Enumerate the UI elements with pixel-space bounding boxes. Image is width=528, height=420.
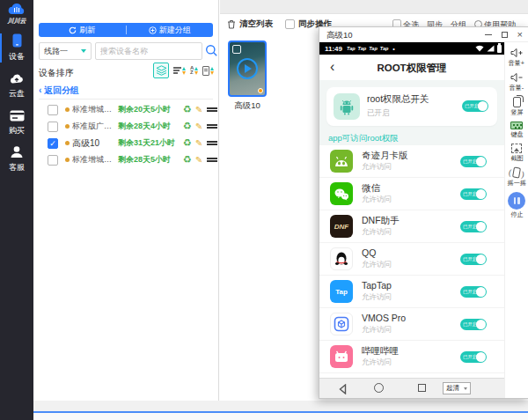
sidebar-item-label: 设备 (0, 51, 33, 63)
drag-handle-icon[interactable] (207, 106, 217, 113)
edit-icon[interactable]: ✎ (195, 122, 202, 131)
app-toggle[interactable]: 已开启 (460, 221, 487, 232)
renew-icon[interactable]: ♻ (183, 122, 192, 131)
cloud-disk-icon (9, 72, 25, 85)
miracle-app-icon (330, 150, 353, 173)
app-toggle[interactable]: 已开启 (460, 156, 487, 167)
master-switch-toggle[interactable]: 已开启 (462, 100, 488, 112)
plus-circle-icon (149, 26, 157, 34)
sort-device-button[interactable] (202, 63, 214, 78)
drag-handle-icon[interactable] (207, 139, 217, 146)
taptap-icon-text: Tap (335, 288, 348, 296)
rotate-screen-button[interactable]: 竖屏 (510, 97, 524, 117)
screenshot-button[interactable]: 截图 (510, 144, 524, 163)
shake-button[interactable]: 摇一摇 (507, 167, 527, 188)
app-row: DNF DNF助手 允许访问 已开启 (319, 210, 504, 243)
nav-home-icon[interactable] (374, 383, 384, 393)
back-to-groups-link[interactable]: ‹ 返回分组 (39, 85, 79, 97)
maximize-icon[interactable] (502, 32, 508, 38)
vmos-pro-icon (330, 313, 353, 335)
clear-list-button[interactable]: 清空列表 (239, 18, 273, 30)
new-group-button[interactable]: 新建分组 (127, 23, 214, 37)
toggle-knob (478, 101, 488, 111)
toggle-label: 已开启 (463, 256, 477, 263)
line-select[interactable]: 线路一 (39, 42, 92, 60)
device-thumbnail[interactable] (228, 41, 267, 97)
volume-up-button[interactable]: 音量+ (508, 48, 524, 68)
renew-icon[interactable]: ♻ (183, 138, 192, 148)
sort-alpha-button[interactable]: AZ (190, 63, 198, 78)
app-toggle[interactable]: 已开启 (460, 351, 487, 363)
device-checkbox-checked[interactable]: ✓ (48, 138, 58, 149)
device-row[interactable]: 标准版广… 剩余28天4小时 ♻ ✎ (33, 118, 219, 135)
device-row-selected[interactable]: ✓ 高级10 剩余31天21小时 ♻ ✎ (33, 135, 219, 151)
sidebar-item-customer-service[interactable]: 客服 (0, 145, 33, 173)
toggle-label: 已开启 (463, 289, 477, 296)
renew-icon[interactable]: ♻ (183, 155, 192, 165)
app-toggle[interactable]: 已开启 (460, 254, 487, 265)
sort-list-button[interactable] (173, 63, 186, 78)
panel-top-strip (220, 0, 528, 14)
status-dot (65, 124, 70, 129)
nav-back-icon[interactable] (339, 384, 347, 394)
toolbar-label: 音量- (510, 84, 524, 92)
taptap-notification-icon: Tap (358, 46, 367, 51)
app-permission: 允许访问 (362, 357, 392, 368)
thumbnail-checkbox[interactable] (232, 45, 241, 54)
app-name: DNF助手 (362, 215, 400, 227)
app-name: QQ (362, 247, 376, 258)
rotate-screen-icon (513, 97, 521, 107)
statusbar-system-icons (475, 45, 502, 53)
app-row: 奇迹月卡版 允许访问 已开启 (319, 145, 504, 178)
wifi-icon (475, 45, 484, 52)
stop-icon (508, 192, 525, 210)
edit-icon[interactable]: ✎ (195, 105, 202, 114)
dnf-icon-text: DNF (334, 223, 348, 231)
phone-window-titlebar[interactable]: 高级10 × (319, 27, 528, 42)
toolbar-label: 截图 (510, 154, 523, 163)
app-toggle[interactable]: 已开启 (460, 188, 487, 200)
quality-select[interactable]: 超清 (443, 382, 471, 394)
drag-handle-icon[interactable] (207, 156, 217, 163)
sidebar-item-purchase[interactable]: 购买 (0, 110, 33, 136)
toggle-knob (476, 320, 486, 329)
root-android-icon (334, 93, 360, 120)
toggle-knob (476, 222, 486, 232)
sort-layers-button[interactable] (153, 63, 169, 78)
signal-icon (487, 45, 495, 52)
play-button[interactable] (237, 58, 258, 79)
minimize-icon[interactable] (485, 34, 492, 36)
device-checkbox[interactable] (48, 155, 58, 166)
app-permission: 允许访问 (362, 162, 392, 173)
close-icon[interactable]: × (517, 30, 523, 40)
sidebar-item-devices[interactable]: 设备 (0, 33, 33, 63)
device-name: 高级10 (72, 137, 118, 150)
device-remaining-time: 剩余28天4小时 (118, 121, 180, 132)
search-button[interactable] (205, 44, 219, 58)
drag-handle-icon[interactable] (207, 122, 217, 129)
app-name: 哔哩哔哩 (362, 345, 399, 357)
volume-up-icon (510, 48, 523, 58)
keyboard-button[interactable]: 键盘 (510, 122, 524, 139)
sync-operation-checkbox[interactable] (285, 19, 295, 29)
sort-alpha-icon: AZ (190, 66, 194, 75)
sidebar-item-cloud-disk[interactable]: 云盘 (0, 72, 33, 99)
device-checkbox[interactable] (48, 105, 58, 115)
edit-icon[interactable]: ✎ (195, 138, 202, 148)
renew-icon[interactable]: ♻ (183, 105, 192, 114)
edit-icon[interactable]: ✎ (195, 155, 202, 165)
device-row[interactable]: 标准增城自用 剩余28天5小时 ♻ ✎ (33, 151, 219, 168)
stop-button[interactable]: 停止 (508, 192, 525, 219)
device-checkbox[interactable] (48, 122, 58, 132)
app-toggle[interactable]: 已开启 (460, 319, 487, 330)
volume-down-button[interactable]: 音量- (509, 72, 524, 92)
app-toggle[interactable]: 已开启 (460, 286, 487, 298)
search-input[interactable] (95, 42, 202, 60)
refresh-button[interactable]: 刷新 (39, 23, 126, 37)
toolbar-label: 竖屏 (510, 108, 523, 117)
device-row[interactable]: 标准增城测试 剩余20天5小时 ♻ ✎ (33, 101, 219, 118)
status-dot (65, 158, 70, 162)
nav-recents-icon[interactable] (418, 384, 426, 392)
logo-cloud-icon (6, 3, 27, 16)
quality-value: 超清 (446, 384, 459, 393)
